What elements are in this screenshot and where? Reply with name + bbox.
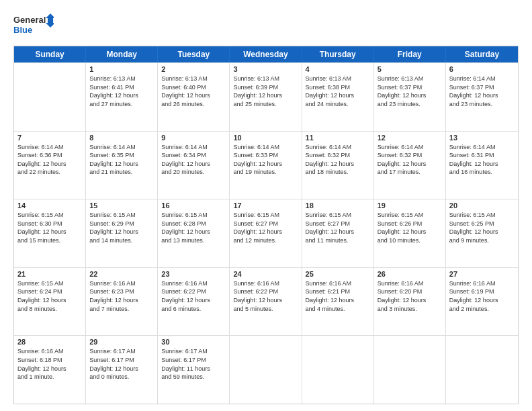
day-header-monday: Monday (86, 46, 158, 62)
cell-info: Sunrise: 6:14 AM Sunset: 6:36 PM Dayligh… (17, 143, 82, 177)
cell-info: Sunrise: 6:13 AM Sunset: 6:38 PM Dayligh… (306, 75, 370, 108)
day-number: 21 (17, 270, 82, 278)
day-number: 18 (306, 201, 370, 210)
day-number: 11 (306, 134, 370, 142)
day-cell-25: 25Sunrise: 6:16 AM Sunset: 6:21 PM Dayli… (302, 268, 374, 336)
day-cell-24: 24Sunrise: 6:16 AM Sunset: 6:22 PM Dayli… (230, 268, 302, 336)
svg-text:General: General (13, 15, 46, 25)
day-cell-14: 14Sunrise: 6:15 AM Sunset: 6:30 PM Dayli… (14, 199, 86, 267)
empty-cell (230, 336, 302, 404)
day-cell-2: 2Sunrise: 6:13 AM Sunset: 6:40 PM Daylig… (158, 63, 230, 131)
svg-text:Blue: Blue (13, 25, 32, 35)
cell-info: Sunrise: 6:15 AM Sunset: 6:29 PM Dayligh… (89, 211, 154, 244)
day-number: 1 (89, 65, 154, 73)
day-cell-23: 23Sunrise: 6:16 AM Sunset: 6:22 PM Dayli… (158, 268, 230, 336)
day-cell-9: 9Sunrise: 6:14 AM Sunset: 6:34 PM Daylig… (158, 132, 230, 199)
day-header-thursday: Thursday (302, 46, 374, 62)
day-cell-3: 3Sunrise: 6:13 AM Sunset: 6:39 PM Daylig… (230, 63, 302, 131)
day-cell-20: 20Sunrise: 6:15 AM Sunset: 6:25 PM Dayli… (446, 199, 518, 267)
day-number: 13 (449, 134, 515, 142)
cell-info: Sunrise: 6:13 AM Sunset: 6:39 PM Dayligh… (233, 75, 298, 108)
empty-cell (446, 336, 518, 404)
cell-info: Sunrise: 6:16 AM Sunset: 6:21 PM Dayligh… (306, 279, 370, 313)
cell-info: Sunrise: 6:16 AM Sunset: 6:18 PM Dayligh… (17, 347, 82, 381)
day-number: 26 (378, 270, 442, 278)
day-header-wednesday: Wednesday (230, 46, 302, 62)
cell-info: Sunrise: 6:14 AM Sunset: 6:34 PM Dayligh… (161, 143, 226, 177)
calendar-row-5: 28Sunrise: 6:16 AM Sunset: 6:18 PM Dayli… (14, 335, 518, 404)
calendar-row-1: 1Sunrise: 6:13 AM Sunset: 6:41 PM Daylig… (14, 62, 518, 131)
day-number: 19 (378, 201, 442, 210)
cell-info: Sunrise: 6:14 AM Sunset: 6:32 PM Dayligh… (306, 143, 370, 177)
day-cell-19: 19Sunrise: 6:15 AM Sunset: 6:26 PM Dayli… (374, 199, 446, 267)
day-number: 22 (89, 270, 154, 278)
day-number: 28 (17, 338, 82, 346)
calendar-row-2: 7Sunrise: 6:14 AM Sunset: 6:36 PM Daylig… (14, 131, 518, 199)
day-cell-8: 8Sunrise: 6:14 AM Sunset: 6:35 PM Daylig… (86, 132, 158, 199)
cell-info: Sunrise: 6:17 AM Sunset: 6:17 PM Dayligh… (161, 347, 226, 381)
day-header-saturday: Saturday (446, 46, 518, 62)
day-number: 16 (161, 201, 226, 210)
day-cell-4: 4Sunrise: 6:13 AM Sunset: 6:38 PM Daylig… (302, 63, 374, 131)
day-number: 6 (449, 65, 515, 73)
calendar-row-4: 21Sunrise: 6:15 AM Sunset: 6:24 PM Dayli… (14, 267, 518, 336)
day-number: 9 (161, 134, 226, 142)
day-cell-21: 21Sunrise: 6:15 AM Sunset: 6:24 PM Dayli… (14, 268, 86, 336)
day-cell-12: 12Sunrise: 6:14 AM Sunset: 6:32 PM Dayli… (374, 132, 446, 199)
day-cell-5: 5Sunrise: 6:13 AM Sunset: 6:37 PM Daylig… (374, 63, 446, 131)
day-number: 24 (233, 270, 298, 278)
cell-info: Sunrise: 6:13 AM Sunset: 6:41 PM Dayligh… (89, 75, 154, 108)
cell-info: Sunrise: 6:15 AM Sunset: 6:26 PM Dayligh… (378, 211, 442, 244)
day-number: 2 (161, 65, 226, 73)
svg-marker-2 (46, 13, 54, 28)
logo: General Blue (13, 11, 54, 40)
day-number: 15 (89, 201, 154, 210)
day-cell-29: 29Sunrise: 6:17 AM Sunset: 6:17 PM Dayli… (86, 336, 158, 404)
day-header-tuesday: Tuesday (158, 46, 230, 62)
day-cell-27: 27Sunrise: 6:16 AM Sunset: 6:19 PM Dayli… (446, 268, 518, 336)
day-number: 30 (161, 338, 226, 346)
empty-cell (374, 336, 446, 404)
day-number: 10 (233, 134, 298, 142)
cell-info: Sunrise: 6:15 AM Sunset: 6:30 PM Dayligh… (17, 211, 82, 244)
cell-info: Sunrise: 6:17 AM Sunset: 6:17 PM Dayligh… (89, 347, 154, 381)
calendar-body: 1Sunrise: 6:13 AM Sunset: 6:41 PM Daylig… (14, 62, 518, 404)
cell-info: Sunrise: 6:14 AM Sunset: 6:37 PM Dayligh… (449, 75, 515, 108)
day-cell-16: 16Sunrise: 6:15 AM Sunset: 6:28 PM Dayli… (158, 199, 230, 267)
day-header-sunday: Sunday (14, 46, 86, 62)
day-cell-26: 26Sunrise: 6:16 AM Sunset: 6:20 PM Dayli… (374, 268, 446, 336)
cell-info: Sunrise: 6:14 AM Sunset: 6:31 PM Dayligh… (449, 143, 515, 177)
cell-info: Sunrise: 6:14 AM Sunset: 6:35 PM Dayligh… (89, 143, 154, 177)
calendar-row-3: 14Sunrise: 6:15 AM Sunset: 6:30 PM Dayli… (14, 199, 518, 267)
day-cell-7: 7Sunrise: 6:14 AM Sunset: 6:36 PM Daylig… (14, 132, 86, 199)
cell-info: Sunrise: 6:16 AM Sunset: 6:20 PM Dayligh… (378, 279, 442, 313)
empty-cell (302, 336, 374, 404)
day-cell-28: 28Sunrise: 6:16 AM Sunset: 6:18 PM Dayli… (14, 336, 86, 404)
day-number: 14 (17, 201, 82, 210)
cell-info: Sunrise: 6:16 AM Sunset: 6:23 PM Dayligh… (89, 279, 154, 313)
day-cell-6: 6Sunrise: 6:14 AM Sunset: 6:37 PM Daylig… (446, 63, 518, 131)
cell-info: Sunrise: 6:15 AM Sunset: 6:25 PM Dayligh… (449, 211, 515, 244)
day-cell-1: 1Sunrise: 6:13 AM Sunset: 6:41 PM Daylig… (86, 63, 158, 131)
day-number: 3 (233, 65, 298, 73)
cell-info: Sunrise: 6:13 AM Sunset: 6:37 PM Dayligh… (378, 75, 442, 108)
day-header-friday: Friday (374, 46, 446, 62)
day-cell-30: 30Sunrise: 6:17 AM Sunset: 6:17 PM Dayli… (158, 336, 230, 404)
cell-info: Sunrise: 6:13 AM Sunset: 6:40 PM Dayligh… (161, 75, 226, 108)
logo-svg: General Blue (13, 11, 54, 40)
cell-info: Sunrise: 6:15 AM Sunset: 6:28 PM Dayligh… (161, 211, 226, 244)
empty-cell (14, 63, 86, 131)
day-cell-22: 22Sunrise: 6:16 AM Sunset: 6:23 PM Dayli… (86, 268, 158, 336)
cell-info: Sunrise: 6:15 AM Sunset: 6:27 PM Dayligh… (233, 211, 298, 244)
day-number: 27 (449, 270, 515, 278)
day-number: 4 (306, 65, 370, 73)
day-number: 12 (378, 134, 442, 142)
cell-info: Sunrise: 6:16 AM Sunset: 6:19 PM Dayligh… (449, 279, 515, 313)
day-number: 7 (17, 134, 82, 142)
calendar: SundayMondayTuesdayWednesdayThursdayFrid… (13, 46, 519, 404)
day-number: 23 (161, 270, 226, 278)
day-number: 5 (378, 65, 442, 73)
cell-info: Sunrise: 6:14 AM Sunset: 6:33 PM Dayligh… (233, 143, 298, 177)
day-cell-10: 10Sunrise: 6:14 AM Sunset: 6:33 PM Dayli… (230, 132, 302, 199)
cell-info: Sunrise: 6:14 AM Sunset: 6:32 PM Dayligh… (378, 143, 442, 177)
